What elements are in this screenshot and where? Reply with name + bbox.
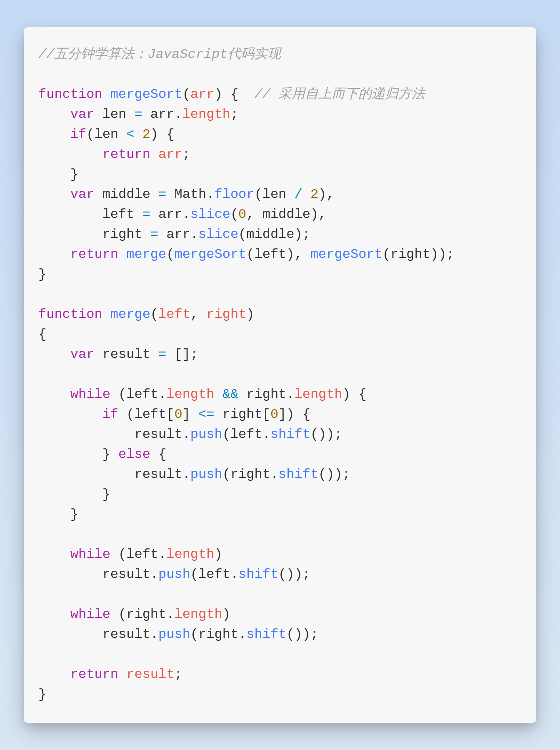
punct: ( bbox=[230, 207, 238, 222]
prop-length: length bbox=[166, 547, 214, 562]
fn-push: push bbox=[158, 627, 190, 642]
op-eq: = bbox=[158, 187, 166, 202]
punct: } bbox=[102, 487, 110, 502]
fn-merge: merge bbox=[126, 247, 166, 262]
punct: ) bbox=[295, 627, 302, 642]
punct: ( bbox=[278, 567, 286, 582]
punct: ; bbox=[342, 467, 350, 482]
punct: . bbox=[158, 387, 166, 402]
id-result: result bbox=[126, 667, 174, 682]
punct: ; bbox=[302, 567, 310, 582]
kw-if: if bbox=[70, 127, 86, 142]
punct: ] bbox=[182, 407, 190, 422]
punct: ( bbox=[222, 427, 230, 442]
op-div: / bbox=[295, 187, 302, 202]
fn-mergesort: mergeSort bbox=[310, 247, 382, 262]
id-left: left bbox=[230, 427, 262, 442]
kw-return: return bbox=[70, 247, 118, 262]
punct: . bbox=[286, 387, 294, 402]
punct: { bbox=[230, 87, 238, 102]
num-0: 0 bbox=[238, 207, 246, 222]
prop-length: length bbox=[174, 607, 222, 622]
op-lt: < bbox=[126, 127, 134, 142]
prop-length: length bbox=[166, 387, 214, 402]
punct: { bbox=[158, 447, 166, 462]
punct: ; bbox=[174, 667, 182, 682]
id-right: right bbox=[102, 227, 142, 242]
punct: ( bbox=[254, 187, 262, 202]
punct: ( bbox=[150, 307, 158, 322]
id-right: right bbox=[198, 627, 238, 642]
param-left: left bbox=[158, 307, 190, 322]
id-result: result bbox=[134, 467, 182, 482]
kw-function: function bbox=[38, 307, 102, 322]
fn-mergesort: mergeSort bbox=[174, 247, 246, 262]
num-0: 0 bbox=[174, 407, 182, 422]
punct: ( bbox=[310, 427, 318, 442]
id-right: right bbox=[246, 387, 286, 402]
punct: , bbox=[326, 187, 334, 202]
id-len: len bbox=[94, 127, 118, 142]
punct: ) bbox=[342, 387, 350, 402]
punct: ) bbox=[150, 127, 158, 142]
punct: ) bbox=[286, 407, 294, 422]
kw-var: var bbox=[70, 187, 95, 202]
code-comment-inline: // 采用自上而下的递归方法 bbox=[254, 87, 425, 102]
id-middle: middle bbox=[246, 227, 294, 242]
id-arr: arr bbox=[166, 227, 190, 242]
punct: ) bbox=[295, 567, 302, 582]
num-2: 2 bbox=[142, 127, 150, 142]
punct: [ bbox=[174, 347, 182, 362]
kw-function: function bbox=[38, 87, 102, 102]
punct: . bbox=[230, 567, 238, 582]
punct: . bbox=[190, 227, 198, 242]
punct: ] bbox=[182, 347, 190, 362]
id-left: left bbox=[126, 547, 158, 562]
punct: } bbox=[38, 687, 46, 702]
punct: . bbox=[262, 427, 270, 442]
id-left: left bbox=[198, 567, 230, 582]
kw-while: while bbox=[70, 607, 110, 622]
punct: ( bbox=[118, 547, 126, 562]
punct: . bbox=[158, 547, 166, 562]
prop-length: length bbox=[182, 107, 230, 122]
kw-var: var bbox=[70, 107, 95, 122]
punct: ; bbox=[446, 247, 454, 262]
punct: , bbox=[318, 207, 326, 222]
fn-shift: shift bbox=[278, 467, 318, 482]
punct: , bbox=[190, 307, 198, 322]
id-middle: middle bbox=[262, 207, 310, 222]
punct: ) bbox=[295, 227, 302, 242]
punct: ) bbox=[430, 247, 438, 262]
punct: { bbox=[358, 387, 366, 402]
punct: ] bbox=[278, 407, 286, 422]
id-len: len bbox=[102, 107, 127, 122]
id-left: left bbox=[102, 207, 135, 222]
id-result: result bbox=[102, 627, 150, 642]
kw-return: return bbox=[70, 667, 118, 682]
op-lte: <= bbox=[198, 407, 214, 422]
punct: } bbox=[38, 267, 46, 282]
punct: . bbox=[238, 627, 246, 642]
punct: ) bbox=[302, 627, 310, 642]
punct: ; bbox=[182, 147, 190, 162]
id-left: left bbox=[134, 407, 166, 422]
id-left: left bbox=[126, 387, 158, 402]
fn-push: push bbox=[190, 467, 222, 482]
param-right: right bbox=[206, 307, 246, 322]
fn-merge: merge bbox=[110, 307, 150, 322]
fn-floor: floor bbox=[214, 187, 254, 202]
punct: ) bbox=[214, 87, 222, 102]
punct: ; bbox=[190, 347, 198, 362]
id-math: Math bbox=[174, 187, 206, 202]
fn-slice: slice bbox=[198, 227, 238, 242]
punct: ; bbox=[302, 227, 310, 242]
id-right: right bbox=[230, 467, 270, 482]
punct: ) bbox=[286, 247, 294, 262]
punct: ( bbox=[286, 627, 294, 642]
code-comment-header: //五分钟学算法：JavaScript代码实现 bbox=[38, 47, 281, 62]
punct: ; bbox=[335, 427, 342, 442]
punct: ) bbox=[310, 207, 318, 222]
punct: } bbox=[102, 447, 110, 462]
punct: . bbox=[182, 207, 190, 222]
